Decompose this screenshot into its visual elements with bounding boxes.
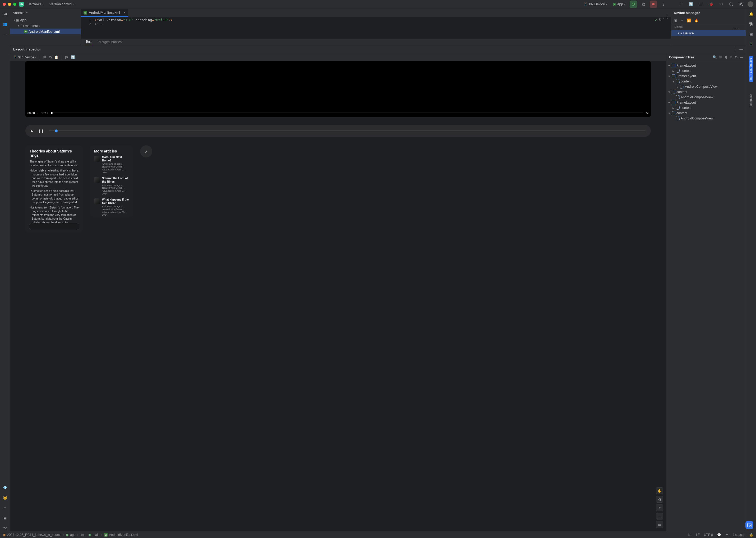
version-control-tool-button[interactable]: ⌥ — [2, 525, 8, 531]
tree-node[interactable]: ▾FrameLayout — [668, 63, 745, 68]
overlay-icon[interactable]: ⧉ — [49, 55, 52, 59]
next-problem-icon[interactable]: ˅ — [667, 18, 668, 22]
video-player-panel[interactable]: 00:00 · 00:17 ⚙ — [26, 61, 651, 117]
tree-node[interactable]: AndroidComposeView — [668, 95, 745, 100]
audio-progress-thumb[interactable] — [55, 130, 58, 133]
expand-fab[interactable]: ⤢ — [140, 145, 152, 157]
minimize-panel-icon[interactable]: — — [739, 47, 743, 51]
indent-widget[interactable]: 4 spaces — [732, 533, 745, 537]
pause-icon[interactable]: ❚❚ — [38, 129, 44, 133]
zoom-out-button[interactable]: － — [656, 512, 663, 519]
audio-player-pill[interactable]: ▶ ❚❚ — [26, 125, 651, 137]
minimize-window-button[interactable] — [8, 3, 11, 6]
zoom-fit-button[interactable]: ▭ — [656, 521, 663, 528]
problems-count[interactable]: 5 — [659, 18, 661, 22]
floating-assistant-button[interactable] — [745, 521, 753, 529]
device-manager-tool-button[interactable]: ▣ — [748, 31, 754, 37]
tree-node[interactable]: ▾content — [668, 89, 745, 95]
article-item[interactable]: Mars: Our Next Home? Article and images … — [94, 155, 129, 174]
refresh-icon[interactable]: 🔄 — [71, 55, 75, 59]
firebase-icon[interactable]: 🔥 — [694, 19, 698, 23]
card-footer-button[interactable] — [29, 223, 79, 230]
device-row-selected[interactable]: XR Device — [671, 30, 746, 36]
project-view-selector[interactable]: Android ▾ — [10, 9, 81, 17]
tree-node[interactable]: AndroidComposeView — [668, 116, 745, 121]
resource-manager-button[interactable]: 💎 — [2, 485, 8, 491]
twisty-icon[interactable]: ▾ — [14, 19, 15, 22]
editor-tab[interactable]: M AndroidManifest.xml ✕ — [81, 9, 128, 17]
code-lines[interactable]: <?xml version="1.0" encoding="utf-8"?> <… — [94, 17, 671, 38]
settings-icon[interactable]: ⚙ — [734, 55, 738, 59]
3d-mode-icon[interactable]: ◳ — [65, 55, 68, 59]
attach-debugger-button[interactable]: 🐞 — [707, 1, 715, 8]
tree-node[interactable]: ▾content — [668, 79, 745, 84]
zoom-window-button[interactable] — [13, 3, 16, 6]
structure-tool-button[interactable]: 👥 — [2, 21, 8, 27]
breadcrumb[interactable]: app — [70, 533, 75, 537]
notifications-button[interactable]: 🔔 — [748, 11, 754, 17]
stop-button[interactable] — [650, 1, 657, 8]
video-progress-bar[interactable] — [51, 113, 643, 113]
more-articles-card[interactable]: More articles Mars: Our Next Home? Artic… — [90, 145, 133, 217]
play-icon[interactable]: ▶ — [31, 129, 33, 133]
code-area[interactable]: 1 2 <?xml version="1.0" encoding="utf-8"… — [81, 17, 671, 38]
tab-text[interactable]: Text — [85, 39, 92, 45]
project-tree[interactable]: ▾ ▣ app ▾ 🗀 manifests M AndroidManifest.… — [10, 17, 81, 45]
profile-button[interactable]: 🔄 — [687, 1, 695, 8]
expand-all-icon[interactable]: ⇅ — [725, 55, 727, 59]
visibility-icon[interactable]: 👁 — [719, 55, 723, 59]
tree-node[interactable]: ▸content — [668, 68, 745, 74]
close-window-button[interactable] — [3, 3, 6, 6]
tree-node[interactable]: ▾FrameLayout — [668, 100, 745, 105]
theories-card[interactable]: Theories about Saturn's rings The origin… — [26, 145, 83, 233]
terminal-tool-button[interactable]: ▣ — [2, 515, 8, 521]
logcat-tool-button[interactable]: 🐱 — [2, 495, 8, 501]
device-selector[interactable]: 📱 XR Device ▾ — [582, 1, 609, 7]
collapse-all-icon[interactable]: ⤫ — [729, 55, 732, 59]
tree-node[interactable]: ▸AndroidComposeView — [668, 84, 745, 89]
canvas-area[interactable]: 00:00 · 00:17 ⚙ ▶ ❚❚ — [10, 61, 666, 531]
visibility-toggle-icon[interactable]: 👁 — [43, 55, 46, 59]
run-with-coverage-button[interactable]: ⤴ — [677, 1, 685, 8]
video-settings-icon[interactable]: ⚙ — [646, 111, 649, 115]
read-only-lock-icon[interactable]: 🔒 — [749, 533, 753, 537]
build-button[interactable]: ☰ — [697, 1, 705, 8]
tree-row[interactable]: ▾ ▣ app — [10, 17, 81, 23]
inspection-widget[interactable]: ⚑ — [725, 533, 728, 537]
zoom-in-button[interactable]: ＋ — [656, 504, 663, 511]
tree-node[interactable]: ▾content — [668, 110, 745, 116]
more-tools-button[interactable]: ⋯ — [2, 31, 8, 37]
search-icon[interactable]: 🔍 — [713, 55, 717, 59]
caret-position[interactable]: 1:1 — [687, 533, 692, 537]
twisty-icon[interactable]: ▾ — [18, 24, 19, 27]
rotate-tool-button[interactable]: ◑ — [656, 496, 663, 503]
snapshot-icon[interactable]: 📋 — [54, 55, 58, 59]
close-tab-icon[interactable]: ✕ — [123, 11, 126, 14]
canvas-device-selector[interactable]: 📱 XR Device ▾ — [13, 55, 36, 59]
tree-row-selected[interactable]: M AndroidManifest.xml — [10, 28, 81, 34]
search-button[interactable] — [727, 1, 735, 8]
breadcrumb[interactable]: src — [80, 533, 84, 537]
breadcrumb[interactable]: 2024-12-05_RC11_jetnews_xr_source — [7, 533, 61, 537]
debug-button[interactable] — [640, 1, 647, 8]
article-item[interactable]: What Happens if the Sun Dies? Article an… — [94, 198, 129, 216]
rerun-button[interactable] — [630, 1, 637, 8]
prev-problem-icon[interactable]: ˄ — [663, 18, 665, 22]
tree-row[interactable]: ▾ 🗀 manifests — [10, 23, 81, 28]
wifi-icon[interactable]: 📶 — [687, 19, 691, 23]
account-avatar[interactable] — [747, 1, 753, 7]
breadcrumb[interactable]: main — [93, 533, 100, 537]
tab-merged-manifest[interactable]: Merged Manifest — [98, 39, 123, 45]
running-devices-tool-button[interactable]: 📱 — [748, 41, 754, 47]
apply-changes-button[interactable]: ⟲ — [718, 1, 725, 8]
vcs-selector[interactable]: Version control ▾ — [48, 1, 76, 7]
side-tab-component-tree[interactable]: Component Tree — [749, 56, 753, 82]
audio-progress-bar[interactable] — [49, 131, 646, 131]
component-tree[interactable]: ▾FrameLayout ▸content ▾FrameLayout ▾cont… — [667, 61, 746, 531]
side-tab-attributes[interactable]: Attributes — [749, 92, 753, 108]
pair-device-icon[interactable]: ▣ — [674, 19, 677, 23]
line-separator[interactable]: LF — [696, 533, 700, 537]
pan-tool-button[interactable]: ✋ — [656, 487, 663, 494]
article-item[interactable]: Saturn: The Lord of the Rings Article an… — [94, 177, 129, 195]
problems-tool-button[interactable]: ⚠ — [2, 505, 8, 511]
